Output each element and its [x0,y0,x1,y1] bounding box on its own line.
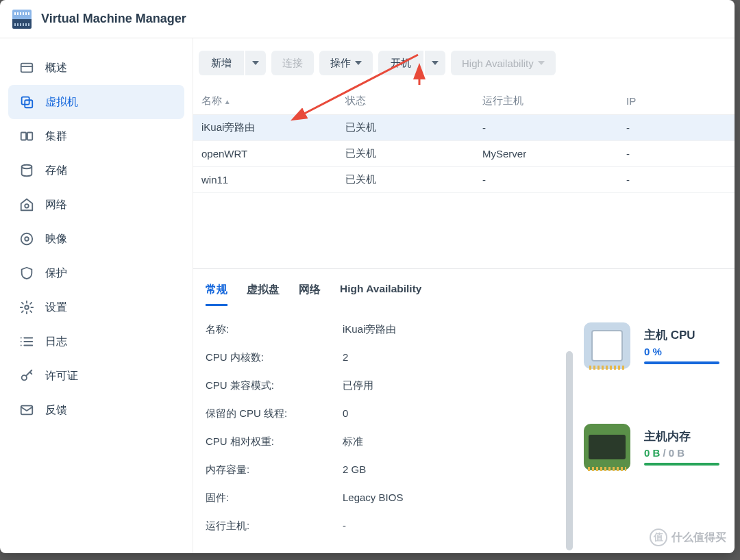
spec-row: CPU 兼容模式:已停用 [206,372,562,400]
spec-key: 保留的 CPU 线程: [206,407,343,420]
stat-cpu-label: 主机 CPU [644,327,719,343]
tab-network[interactable]: 网络 [299,276,321,306]
gear-icon [19,300,34,315]
spec-val: 0 [343,407,348,420]
spec-val: - [343,520,346,533]
spec-val: iKuai旁路由 [343,323,396,336]
cell-name: win11 [193,167,337,193]
caret-down-icon [432,61,439,65]
list-icon [19,334,34,349]
cpu-bar [644,361,719,364]
sidebar-item-feedback[interactable]: 反馈 [8,393,184,427]
spec-val: 已停用 [343,379,373,392]
spec-row: CPU 内核数:2 [206,344,562,372]
sidebar-label: 日志 [45,335,67,349]
stat-mem: 主机内存 0 B / 0 B [584,424,735,470]
table-header-row: 名称 状态 运行主机 IP [193,88,735,115]
sidebar-item-vms[interactable]: 虚拟机 [8,85,184,119]
add-dropdown-toggle[interactable] [245,51,266,75]
cell-host: - [474,167,618,193]
power-dropdown-toggle[interactable] [425,51,445,75]
stat-cpu-val: 0 % [644,346,719,357]
spec-list: 名称:iKuai旁路由 CPU 内核数:2 CPU 兼容模式:已停用 保留的 C… [206,316,562,553]
add-button[interactable]: 新增 [199,51,244,75]
spec-key: 名称: [206,323,343,336]
spec-key: CPU 内核数: [206,351,343,364]
sidebar-item-storage[interactable]: 存储 [8,153,184,188]
cell-host: - [474,115,618,141]
table-row[interactable]: openWRT 已关机 MyServer - [193,141,735,167]
spec-row: 保留的 CPU 线程:0 [206,400,562,428]
spec-row: CPU 相对权重:标准 [206,428,562,456]
sidebar-label: 反馈 [45,403,67,418]
svg-rect-4 [27,133,32,140]
ha-button[interactable]: High Availability [451,51,556,75]
cpu-icon [584,322,630,369]
toolbar: 新增 连接 操作 开机 High Availability [193,38,735,88]
sidebar-label: 许可证 [45,369,78,383]
connect-button[interactable]: 连接 [271,51,314,75]
spec-row: 固件:Legacy BIOS [206,484,562,512]
spec-row: 内存容量:2 GB [206,456,562,484]
col-status[interactable]: 状态 [337,88,474,115]
caret-down-icon [538,61,545,65]
table-row[interactable]: iKuai旁路由 已关机 - - [193,115,735,141]
vm-table: 名称 状态 运行主机 IP iKuai旁路由 已关机 - - openWRT [193,88,735,193]
detail-tabs: 常规 虚拟盘 网络 High Availability [193,269,735,306]
action-label: 操作 [330,57,351,70]
sidebar-label: 虚拟机 [45,95,78,110]
app-icon [12,10,32,29]
cell-ip: - [618,167,735,193]
svg-point-7 [21,233,33,245]
spec-key: 内存容量: [206,463,343,476]
power-button[interactable]: 开机 [378,51,423,75]
vm-icon [19,94,34,110]
col-name[interactable]: 名称 [193,88,337,115]
caret-down-icon [252,61,259,65]
spec-key: 运行主机: [206,520,343,533]
cluster-icon [19,129,34,144]
stat-cpu: 主机 CPU 0 % [584,322,735,369]
spec-val: Legacy BIOS [343,492,403,505]
cell-status: 已关机 [337,115,474,141]
cell-ip: - [618,141,735,167]
action-button[interactable]: 操作 [319,51,373,75]
sidebar-label: 集群 [45,129,67,144]
sidebar-item-settings[interactable]: 设置 [8,290,184,324]
sidebar-label: 概述 [45,61,67,75]
sidebar-item-logs[interactable]: 日志 [8,324,184,359]
sidebar-label: 网络 [45,198,67,212]
scrollbar-thumb[interactable] [566,351,573,550]
sidebar-item-network[interactable]: 网络 [8,188,184,222]
cell-host: MyServer [474,141,618,167]
mem-bar [644,463,719,466]
watermark: 值什么值得买 [650,529,726,546]
sidebar-item-image[interactable]: 映像 [8,222,184,256]
spec-val: 2 [343,351,348,364]
sidebar-label: 存储 [45,164,67,178]
tab-vdisk[interactable]: 虚拟盘 [247,276,280,306]
sidebar-item-protect[interactable]: 保护 [8,256,184,290]
col-host[interactable]: 运行主机 [474,88,618,115]
svg-point-8 [25,237,29,241]
col-ip[interactable]: IP [618,88,735,115]
sidebar-item-overview[interactable]: 概述 [8,51,184,85]
image-icon [19,231,34,246]
cell-ip: - [618,115,735,141]
tab-general[interactable]: 常规 [206,276,227,306]
sidebar-item-license[interactable]: 许可证 [8,359,184,393]
storage-icon [19,163,34,178]
sidebar-label: 保护 [45,266,67,281]
shield-icon [19,266,34,281]
cell-status: 已关机 [337,141,474,167]
spec-row: 名称:iKuai旁路由 [206,316,562,344]
network-icon [19,197,34,212]
svg-point-5 [22,165,32,169]
tab-ha[interactable]: High Availability [340,276,421,306]
spec-key: CPU 兼容模式: [206,379,343,392]
table-row[interactable]: win11 已关机 - - [193,167,735,193]
sidebar-item-cluster[interactable]: 集群 [8,119,184,153]
spec-val: 标准 [343,435,363,448]
stat-mem-val: 0 B / 0 B [644,447,719,459]
dashboard-icon [19,60,34,75]
